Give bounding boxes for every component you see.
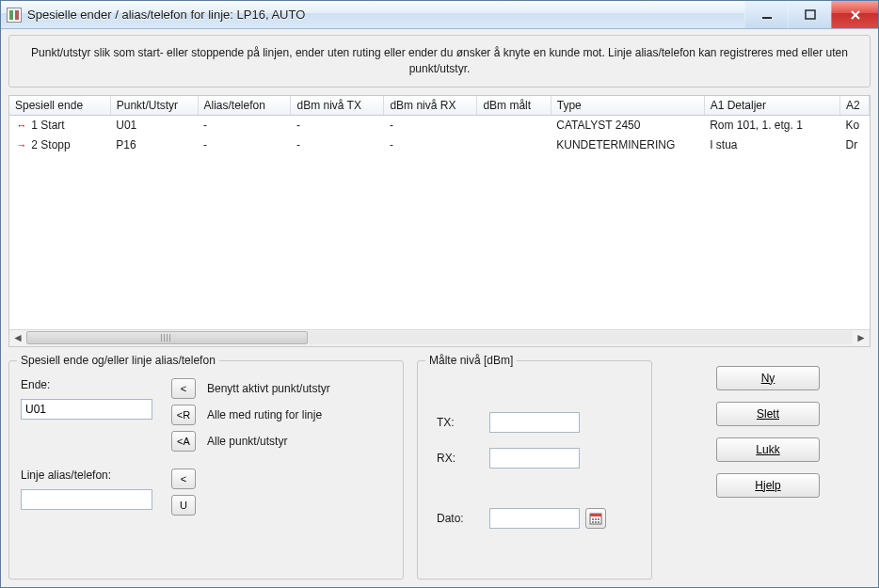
col-a2[interactable]: A2	[839, 96, 869, 116]
ende-alias-legend: Spesiell ende og/eller linje alias/telef…	[17, 354, 219, 367]
cell-ende: 2 Stopp	[31, 138, 70, 151]
dato-label: Dato:	[437, 512, 484, 525]
svg-rect-8	[595, 518, 597, 520]
alias-input[interactable]	[21, 489, 152, 510]
cell-punkt: P16	[110, 135, 198, 154]
ny-button[interactable]: Ny	[716, 366, 820, 390]
btn-alias-lt[interactable]: <	[171, 469, 196, 489]
dato-input[interactable]	[489, 508, 580, 529]
btn-ltA[interactable]: <A	[171, 431, 196, 452]
hjelp-button[interactable]: Hjelp	[716, 473, 820, 498]
cell-a1: Rom 101, 1. etg. 1	[704, 115, 839, 135]
helper-ltR: Alle med ruting for linje	[207, 408, 330, 421]
rx-label: RX:	[437, 452, 484, 465]
svg-rect-5	[590, 514, 601, 516]
window-title: Spesielle ender / alias/telefon for linj…	[27, 8, 744, 22]
col-alias-telefon[interactable]: Alias/telefon	[198, 96, 291, 116]
svg-rect-9	[598, 518, 599, 520]
table-header-row: Spesiell ende Punkt/Utstyr Alias/telefon…	[9, 96, 870, 116]
slett-button[interactable]: Slett	[716, 402, 820, 426]
ende-label: Ende:	[21, 378, 50, 391]
col-dbm-rx[interactable]: dBm nivå RX	[384, 96, 477, 116]
helper-ltA: Alle punkt/utstyr	[207, 435, 330, 448]
malte-niva-group: Målte nivå [dBm] TX: RX: Dato:	[417, 360, 652, 580]
ende-alias-group: Spesiell ende og/eller linje alias/telef…	[8, 360, 404, 580]
col-type[interactable]: Type	[551, 96, 704, 116]
col-dbm-tx[interactable]: dBm nivå TX	[291, 96, 384, 116]
svg-rect-1	[806, 10, 815, 19]
dialog-window: Spesielle ender / alias/telefon for linj…	[0, 0, 879, 588]
scroll-track[interactable]	[26, 331, 853, 344]
malte-niva-legend: Målte nivå [dBm]	[425, 354, 517, 367]
calendar-icon	[589, 512, 602, 525]
ende-input[interactable]	[21, 399, 152, 420]
cell-malt	[477, 115, 551, 135]
scroll-thumb[interactable]	[26, 331, 308, 344]
rx-input[interactable]	[489, 448, 580, 469]
btn-U[interactable]: U	[171, 495, 196, 516]
cell-ende: 1 Start	[31, 119, 64, 132]
minimize-icon	[761, 9, 773, 21]
cell-alias: -	[198, 115, 291, 135]
minimize-button[interactable]	[744, 1, 788, 28]
app-icon	[7, 8, 22, 23]
col-punkt-utstyr[interactable]: Punkt/Utstyr	[110, 96, 198, 116]
col-spesiell-ende[interactable]: Spesiell ende	[9, 96, 110, 116]
horizontal-scrollbar[interactable]: ◄ ►	[9, 329, 870, 346]
col-dbm-malt[interactable]: dBm målt	[477, 96, 551, 116]
lukk-button[interactable]: Lukk	[716, 437, 820, 462]
calendar-button[interactable]	[585, 508, 606, 529]
scroll-right-arrow[interactable]: ►	[853, 330, 870, 346]
data-grid[interactable]: Spesiell ende Punkt/Utstyr Alias/telefon…	[8, 95, 871, 347]
cell-a2: Dr	[839, 135, 869, 154]
cell-punkt: U01	[110, 115, 198, 135]
scroll-left-arrow[interactable]: ◄	[9, 330, 26, 346]
close-button[interactable]	[831, 1, 878, 28]
alias-label: Linje alias/telefon:	[21, 469, 111, 482]
cell-type: CATALYST 2450	[551, 115, 704, 135]
titlebar: Spesielle ender / alias/telefon for linj…	[1, 1, 878, 29]
cell-rx: -	[384, 115, 477, 135]
cell-tx: -	[291, 135, 384, 154]
row-icon: →	[15, 139, 28, 151]
info-text: Punkt/utstyr slik som start- eller stopp…	[8, 35, 871, 87]
btn-lt[interactable]: <	[171, 378, 196, 399]
maximize-button[interactable]	[788, 1, 831, 28]
tx-input[interactable]	[489, 412, 580, 433]
action-buttons: Ny Slett Lukk Hjelp	[665, 360, 871, 580]
cell-malt	[477, 135, 551, 154]
cell-type: KUNDETERMINERING	[551, 135, 704, 154]
svg-rect-11	[595, 521, 597, 523]
table-row[interactable]: → 2 Stopp P16 - - - KUNDETERMINERING I s…	[9, 135, 870, 154]
helper-lt: Benytt aktivt punkt/utstyr	[207, 382, 330, 395]
row-icon: ↔	[15, 119, 28, 131]
col-a1-detaljer[interactable]: A1 Detaljer	[704, 96, 839, 116]
cell-a1: I stua	[704, 135, 839, 154]
cell-a2: Ko	[839, 115, 869, 135]
cell-tx: -	[291, 115, 384, 135]
svg-rect-10	[592, 521, 594, 523]
table-row[interactable]: ↔ 1 Start U01 - - - CATALYST 2450 Rom 10…	[9, 115, 870, 135]
window-controls	[744, 1, 878, 28]
maximize-icon	[805, 9, 816, 21]
tx-label: TX:	[437, 416, 484, 429]
client-area: Punkt/utstyr slik som start- eller stopp…	[1, 29, 878, 587]
close-icon	[849, 8, 862, 22]
cell-alias: -	[198, 135, 291, 154]
svg-rect-0	[762, 17, 772, 19]
btn-ltR[interactable]: <R	[171, 405, 196, 425]
svg-rect-12	[598, 521, 599, 523]
cell-rx: -	[384, 135, 477, 154]
bottom-panels: Spesiell ende og/eller linje alias/telef…	[8, 360, 871, 580]
svg-rect-7	[592, 518, 594, 520]
